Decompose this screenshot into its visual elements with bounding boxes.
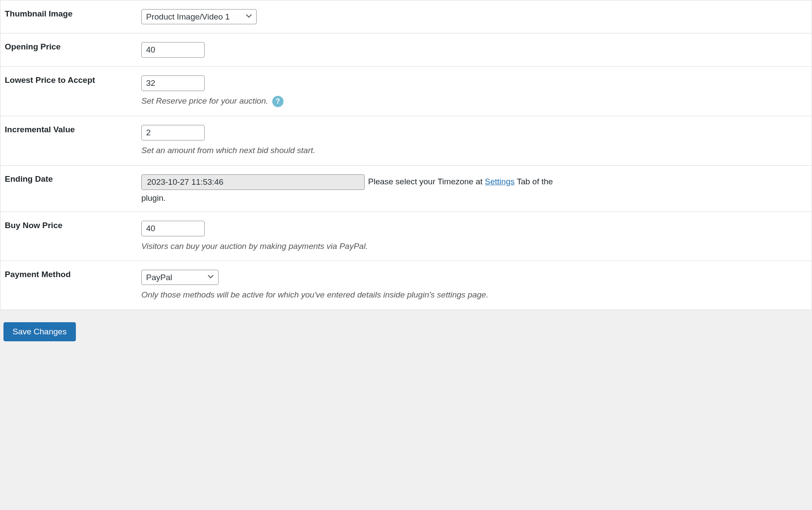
ending-date-field-cell: Please select your Timezone at Settings … (141, 174, 812, 203)
buy-now-label: Buy Now Price (0, 221, 141, 252)
payment-method-label: Payment Method (0, 270, 141, 301)
ending-date-help-inline: Please select your Timezone at Settings … (368, 177, 553, 186)
lowest-price-label: Lowest Price to Accept (0, 75, 141, 107)
settings-form-table: Thumbnail Image Product Image/Video 1 Op… (0, 0, 812, 310)
incremental-input[interactable] (141, 125, 205, 141)
payment-method-select-wrap: PayPal (141, 270, 218, 285)
ending-date-help-prefix: Please select your Timezone at (368, 177, 485, 186)
ending-date-help-suffix: Tab of the (515, 177, 553, 186)
ending-date-label: Ending Date (0, 174, 141, 203)
buy-now-help: Visitors can buy your auction by making … (141, 241, 803, 252)
buy-now-input[interactable] (141, 221, 205, 236)
ending-date-help-line2: plugin. (141, 193, 803, 203)
help-icon[interactable]: ? (272, 96, 284, 107)
buy-now-field-cell: Visitors can buy your auction by making … (141, 221, 812, 252)
thumbnail-field-cell: Product Image/Video 1 (141, 9, 812, 24)
ending-date-row: Ending Date Please select your Timezone … (0, 166, 812, 212)
opening-price-field-cell (141, 42, 812, 58)
payment-method-select[interactable]: PayPal (141, 270, 218, 285)
thumbnail-select-wrap: Product Image/Video 1 (141, 9, 257, 24)
save-button[interactable]: Save Changes (3, 322, 76, 341)
incremental-row: Incremental Value Set an amount from whi… (0, 116, 812, 166)
payment-method-field-cell: PayPal Only those methods will be active… (141, 270, 812, 301)
ending-date-input[interactable] (141, 174, 365, 190)
settings-link[interactable]: Settings (485, 177, 515, 186)
opening-price-row: Opening Price (0, 33, 812, 67)
payment-method-help: Only those methods will be active for wh… (141, 289, 803, 301)
incremental-label: Incremental Value (0, 125, 141, 157)
lowest-price-help-text: Set Reserve price for your auction. (141, 96, 268, 105)
thumbnail-row: Thumbnail Image Product Image/Video 1 (0, 0, 812, 33)
thumbnail-select[interactable]: Product Image/Video 1 (141, 9, 257, 24)
lowest-price-help: Set Reserve price for your auction. ? (141, 95, 803, 107)
incremental-help: Set an amount from which next bid should… (141, 145, 803, 157)
lowest-price-field-cell: Set Reserve price for your auction. ? (141, 75, 812, 107)
payment-method-row: Payment Method PayPal Only those methods… (0, 261, 812, 310)
thumbnail-label: Thumbnail Image (0, 9, 141, 24)
buy-now-row: Buy Now Price Visitors can buy your auct… (0, 212, 812, 262)
opening-price-input[interactable] (141, 42, 205, 58)
lowest-price-row: Lowest Price to Accept Set Reserve price… (0, 67, 812, 116)
lowest-price-input[interactable] (141, 75, 205, 91)
incremental-field-cell: Set an amount from which next bid should… (141, 125, 812, 157)
opening-price-label: Opening Price (0, 42, 141, 58)
